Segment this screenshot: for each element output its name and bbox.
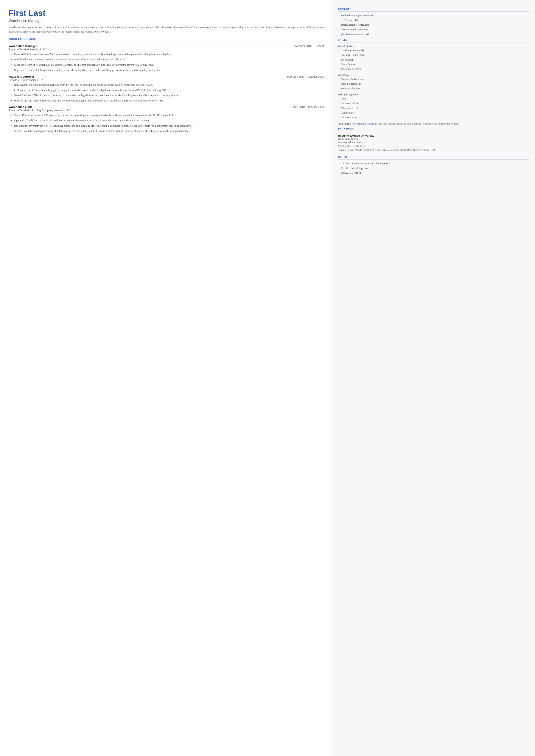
job-block-2: Material Controller February 2013 – Octo… — [9, 75, 324, 103]
summary-text: Warehouse Manager with over 10 years of … — [9, 25, 324, 34]
job-bullets-1: Reduced OSHA violations from 7 in 2 year… — [9, 52, 324, 73]
side-note-prefix: · Don't forget to use — [338, 122, 358, 125]
education-divider — [338, 131, 529, 132]
contact-item-4: github.com/resumeworded — [338, 32, 529, 36]
bullet-2-3: Saved Growthsi $720K in quarterly trucki… — [11, 93, 324, 97]
contact-item-2: email@resumeworded.com — [338, 23, 529, 27]
tech-skill-1: Stocking (Experienced) — [338, 53, 529, 57]
resume-worded-link[interactable]: Resume Worded — [358, 122, 375, 125]
job-dates-2: February 2013 – October 2015 — [287, 75, 324, 78]
other-label: OTHER — [338, 156, 529, 159]
education-label: EDUCATION — [338, 128, 529, 131]
job-dates-1: November 2015 – Present — [293, 44, 324, 47]
bullet-3-3: Recorded the inventory level of 3K incom… — [11, 124, 324, 128]
tool-2: Microsoft Excel — [338, 106, 529, 110]
job-company-3: Resume Worded's Exciting Company, New Yo… — [9, 109, 324, 112]
other-item-0: Certified in Warehousing & Distribution … — [338, 162, 529, 165]
contact-label: CONTACT — [338, 8, 529, 10]
side-note: · Don't forget to use Resume Worded to s… — [338, 122, 529, 126]
tech-skill-3: Stock Control — [338, 63, 529, 66]
tool-0: SAP — [338, 97, 529, 101]
other-item-2: OSHA 10 Certified. — [338, 171, 529, 175]
tech-skill-0: Coaching (Advanced) — [338, 49, 529, 52]
techniques-label: Techniques: — [338, 73, 529, 77]
technical-skills-label: Technical Skills: — [338, 44, 529, 48]
technical-skills-list: Coaching (Advanced) Stocking (Experience… — [338, 49, 529, 71]
job-bullets-2: Improved the stockroom issuing accuracy … — [9, 83, 324, 103]
bullet-2-1: Improved the stockroom issuing accuracy … — [11, 83, 324, 87]
job-block-3: Warehouse clerk June 2010 – January 2013… — [9, 105, 324, 133]
job-bullets-3: Vetted 12K deliveries from 250 vendors b… — [9, 113, 324, 133]
job-dates-3: June 2010 – January 2013 — [292, 105, 324, 108]
edu-degree: Bachelor of Science — [338, 137, 529, 141]
bullet-1-3: Managed a team of 78 warehouse associate… — [11, 63, 324, 67]
work-experience-label: WORK EXPERIENCE — [9, 38, 324, 40]
tech-skill-4: Inventory Accuracy — [338, 67, 529, 71]
main-column: First Last Warehouse Manager Warehouse M… — [0, 0, 332, 756]
bullet-3-4: Assisted with the loading/unloading of 3… — [11, 129, 324, 133]
side-note-suffix: to scan your resume before you send it o… — [375, 122, 459, 125]
job-title-3: Warehouse clerk — [9, 105, 32, 108]
work-experience-divider — [9, 42, 324, 42]
tool-3: Google Docs — [338, 111, 529, 115]
other-list: Certified in Warehousing & Distribution … — [338, 162, 529, 175]
edu-institution: Resume Worded University — [338, 134, 529, 137]
other-item-1: Certified Forklift Operator — [338, 166, 529, 170]
job-company-2: Growthsi, San Francisco, CA — [9, 79, 324, 82]
technique-1: Store Management — [338, 82, 529, 86]
techniques-list: Shipping & Receiving Store Management St… — [338, 77, 529, 91]
job-header-1: Warehouse Manager November 2015 – Presen… — [9, 44, 324, 47]
tool-1: Microsoft Office — [338, 102, 529, 105]
edu-location: Boston, MA — May 2010 — [338, 144, 529, 147]
edu-awards: Awards: Resume Worded Teaching Fellow (o… — [338, 148, 529, 152]
bullet-1-4: Supervised a team of 350 warehouse emplo… — [11, 68, 324, 72]
job-title-2: Material Controller — [9, 75, 34, 78]
full-name: First Last — [9, 9, 324, 18]
contact-item-0: Portland, ME (Open to Remote) — [338, 14, 529, 17]
tech-skill-2: Procurement — [338, 58, 529, 62]
skills-divider — [338, 42, 529, 43]
bullet-1-2: Introduced 2 new inventory systems that … — [11, 58, 324, 62]
job-title-header: Warehouse Manager — [9, 19, 324, 23]
sidebar: CONTACT Portland, ME (Open to Remote) +1… — [332, 0, 535, 756]
job-company-1: Resume Worded, New York, NY — [9, 48, 324, 51]
contact-list: Portland, ME (Open to Remote) +1-234-456… — [338, 14, 529, 36]
edu-field: Business Administration — [338, 141, 529, 144]
job-header-2: Material Controller February 2013 – Octo… — [9, 75, 324, 78]
bullet-3-1: Vetted 12K deliveries from 250 vendors b… — [11, 113, 324, 117]
bullet-1-1: Reduced OSHA violations from 7 in 2 year… — [11, 52, 324, 56]
bullet-2-4: Boosted the data and report processing t… — [11, 99, 324, 103]
tools-list: SAP Microsoft Office Microsoft Excel Goo… — [338, 97, 529, 119]
skills-label: SKILLS — [338, 39, 529, 41]
contact-item-1: +1-234-456-789 — [338, 18, 529, 22]
technique-0: Shipping & Receiving — [338, 77, 529, 81]
tool-4: Microsoft Word — [338, 116, 529, 119]
technique-2: Strategic Planning — [338, 87, 529, 91]
job-title-1: Warehouse Manager — [9, 44, 37, 47]
bullet-2-2: Collaborated with 7 units including purc… — [11, 88, 324, 92]
tools-label: Tools and Software: — [338, 93, 529, 96]
job-header-3: Warehouse clerk June 2010 – January 2013 — [9, 105, 324, 108]
contact-item-3: linkedin.com/in/username — [338, 28, 529, 31]
bullet-3-2: Operated 3 forklifts to move 72.5K produ… — [11, 119, 324, 123]
job-block-1: Warehouse Manager November 2015 – Presen… — [9, 44, 324, 73]
